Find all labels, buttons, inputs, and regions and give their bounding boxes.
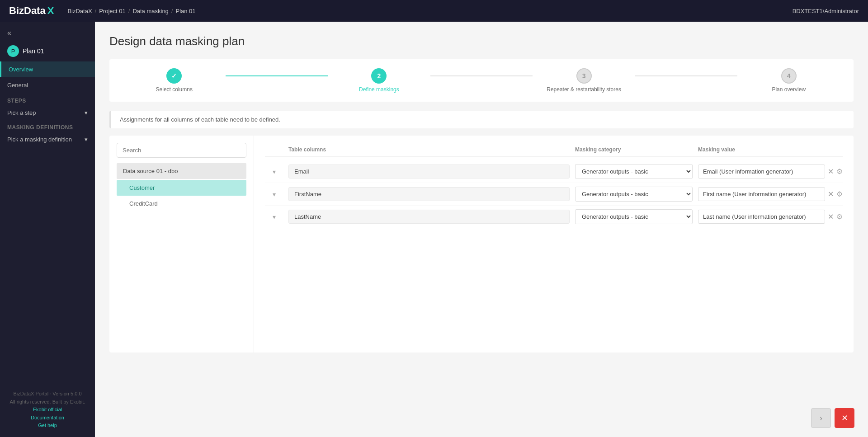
logo: BizData X xyxy=(9,5,54,17)
row-0-value-wrapper: ✕ ⚙ xyxy=(698,164,843,179)
footer-link-docs[interactable]: Documentation xyxy=(7,414,88,422)
row-1-column-name: FirstName xyxy=(288,187,570,201)
breadcrumb-sep-0: / xyxy=(95,8,97,14)
info-bar: Assignments for all columns of each tabl… xyxy=(109,111,854,128)
breadcrumb-item-3[interactable]: Plan 01 xyxy=(175,8,195,14)
sidebar-masking-dropdown[interactable]: Pick a masking definition ▾ xyxy=(0,132,95,146)
row-2-column-name: LastName xyxy=(288,210,570,224)
plan-label: Plan 01 xyxy=(23,47,44,55)
sidebar-steps-chevron: ▾ xyxy=(85,109,88,116)
row-1-chevron[interactable]: ▾ xyxy=(265,191,283,198)
row-0-gear-icon[interactable]: ⚙ xyxy=(836,167,843,176)
step-3-circle: 3 xyxy=(576,68,592,84)
header-col2: Table columns xyxy=(288,146,570,153)
header-col1 xyxy=(265,146,283,153)
masking-header: Table columns Masking category Masking v… xyxy=(265,143,843,157)
tree-panel: Data source 01 - dbo Customer CreditCard xyxy=(109,136,254,352)
bottom-nav: › ✕ xyxy=(811,408,854,428)
breadcrumb-sep-1: / xyxy=(128,8,130,14)
row-0-chevron[interactable]: ▾ xyxy=(265,168,283,175)
row-2-gear-icon[interactable]: ⚙ xyxy=(836,212,843,221)
sidebar-masking-chevron: ▾ xyxy=(85,136,88,143)
close-button[interactable]: ✕ xyxy=(835,408,854,428)
breadcrumb-item-0[interactable]: BizDataX xyxy=(67,8,92,14)
step-1: ✓ Select columns xyxy=(123,68,226,93)
row-2-value-wrapper: ✕ ⚙ xyxy=(698,210,843,224)
row-2-value-input[interactable] xyxy=(698,210,825,224)
step-1-label: Select columns xyxy=(156,86,193,93)
masking-panel: Data source 01 - dbo Customer CreditCard… xyxy=(109,136,854,352)
header-col3: Masking category xyxy=(575,146,693,153)
row-0-column-name: Email xyxy=(288,164,570,179)
step-connector-2 xyxy=(430,75,533,76)
masking-row-0: ▾ Email Generator outputs - basic Genera… xyxy=(265,160,843,183)
user-label: BDXTEST1\Administrator xyxy=(793,8,859,14)
header-col4: Masking value xyxy=(698,146,843,153)
breadcrumb-item-1[interactable]: Project 01 xyxy=(99,8,126,14)
breadcrumb-item-2[interactable]: Data masking xyxy=(132,8,168,14)
info-bar-message: Assignments for all columns of each tabl… xyxy=(120,116,280,123)
step-2-circle: 2 xyxy=(371,68,387,84)
sidebar-section-steps: Steps xyxy=(0,93,95,106)
row-1-category-select[interactable]: Generator outputs - basic Generator outp… xyxy=(575,187,693,202)
step-connector-3 xyxy=(635,75,738,76)
row-0-clear-icon[interactable]: ✕ xyxy=(828,168,834,175)
row-2-category-select[interactable]: Generator outputs - basic Generator outp… xyxy=(575,209,693,224)
tree-item-creditcard[interactable]: CreditCard xyxy=(117,196,246,211)
step-4-label: Plan overview xyxy=(772,86,806,93)
masking-row-1: ▾ FirstName Generator outputs - basic Ge… xyxy=(265,183,843,206)
footer-version: BizDataX Portal · Version 5.0.0 xyxy=(7,390,88,398)
masking-rows-panel: Table columns Masking category Masking v… xyxy=(254,136,854,352)
step-3-label: Repeater & restartability stores xyxy=(547,86,621,93)
sidebar-steps-dropdown[interactable]: Pick a step ▾ xyxy=(0,106,95,120)
step-3: 3 Repeater & restartability stores xyxy=(533,68,635,93)
footer-link-ekobit[interactable]: Ekobit official xyxy=(7,406,88,414)
logo-text: BizData xyxy=(9,5,46,17)
sidebar: « P Plan 01 Overview General Steps Pick … xyxy=(0,22,95,437)
sidebar-back-button[interactable]: « xyxy=(0,25,95,41)
step-4-circle: 4 xyxy=(781,68,797,84)
row-1-value-wrapper: ✕ ⚙ xyxy=(698,187,843,201)
step-2: 2 Define maskings xyxy=(328,68,430,93)
topbar: BizData X BizDataX / Project 01 / Data m… xyxy=(0,0,868,22)
row-0-value-input[interactable] xyxy=(698,164,825,179)
row-2-chevron[interactable]: ▾ xyxy=(265,213,283,221)
content-area: Design data masking plan ✓ Select column… xyxy=(95,22,868,437)
breadcrumb-sep-2: / xyxy=(171,8,173,14)
footer-link-help[interactable]: Get help xyxy=(7,422,88,430)
sidebar-item-overview[interactable]: Overview xyxy=(0,61,95,77)
tree-group-datasource[interactable]: Data source 01 - dbo xyxy=(117,163,246,179)
row-1-value-input[interactable] xyxy=(698,187,825,201)
sidebar-section-masking: Masking definitions xyxy=(0,120,95,132)
row-1-clear-icon[interactable]: ✕ xyxy=(828,191,834,198)
sidebar-plan: P Plan 01 xyxy=(0,41,95,61)
footer-rights: All rights reserved. Built by Ekobit. xyxy=(7,398,88,406)
step-1-circle: ✓ xyxy=(166,68,182,84)
step-4: 4 Plan overview xyxy=(737,68,840,93)
row-0-category-select[interactable]: Generator outputs - basic Generator outp… xyxy=(575,164,693,179)
stepper: ✓ Select columns 2 Define maskings 3 Rep… xyxy=(109,59,854,102)
prev-button[interactable]: › xyxy=(811,408,831,428)
sidebar-masking-placeholder: Pick a masking definition xyxy=(7,136,72,143)
breadcrumb: BizDataX / Project 01 / Data masking / P… xyxy=(67,8,195,14)
step-connector-1 xyxy=(226,75,328,76)
masking-row-2: ▾ LastName Generator outputs - basic Gen… xyxy=(265,206,843,228)
tree-item-customer[interactable]: Customer xyxy=(117,180,246,196)
row-2-clear-icon[interactable]: ✕ xyxy=(828,213,834,221)
sidebar-steps-placeholder: Pick a step xyxy=(7,109,36,116)
plan-icon: P xyxy=(7,45,19,57)
step-2-label: Define maskings xyxy=(359,86,399,93)
logo-x: X xyxy=(47,5,54,17)
sidebar-item-general[interactable]: General xyxy=(0,77,95,93)
page-title: Design data masking plan xyxy=(109,34,854,48)
row-1-gear-icon[interactable]: ⚙ xyxy=(836,190,843,198)
sidebar-footer: BizDataX Portal · Version 5.0.0 All righ… xyxy=(0,383,95,437)
search-input[interactable] xyxy=(117,143,246,158)
